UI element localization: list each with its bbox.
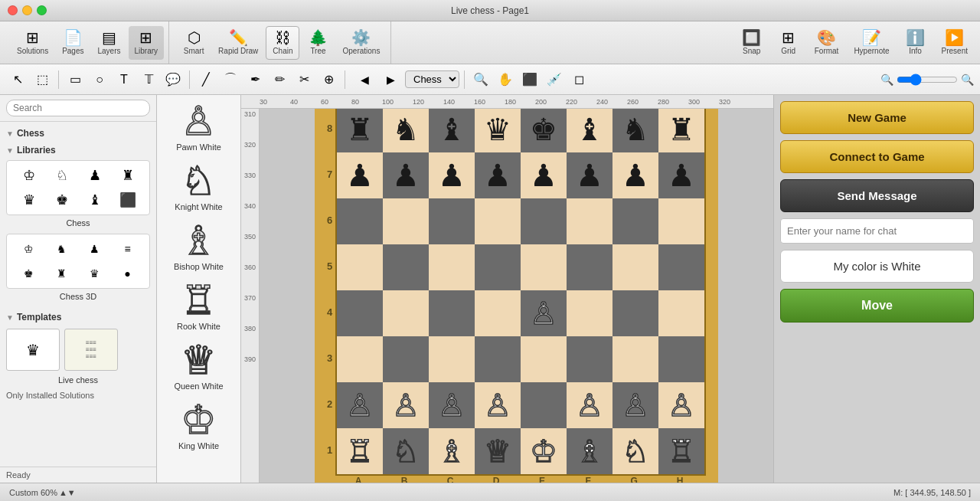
chat-input[interactable] (780, 218, 974, 244)
cell-d2[interactable]: ♙ (475, 382, 521, 428)
cell-e5[interactable] (521, 244, 567, 290)
piece-knight-white[interactable]: ♘ Knight White (175, 161, 222, 211)
cell-b5[interactable] (383, 244, 429, 290)
cell-b3[interactable] (383, 336, 429, 382)
cell-c8[interactable]: ♝ (429, 109, 475, 152)
libraries-section-header[interactable]: ▼ Libraries (0, 142, 156, 159)
search-input[interactable] (6, 100, 150, 116)
cell-e1[interactable]: ♔ (521, 428, 567, 474)
zoom-slider[interactable] (897, 74, 958, 86)
cell-c1[interactable]: ♗ (429, 428, 475, 474)
cell-c4[interactable] (429, 290, 475, 336)
search-button[interactable]: 🔍 (469, 68, 492, 91)
cell-g5[interactable] (612, 244, 658, 290)
cell-g6[interactable] (612, 198, 658, 244)
lib-piece-8[interactable]: ⬛ (112, 188, 143, 211)
cell-h5[interactable] (658, 244, 704, 290)
cell-b4[interactable] (383, 290, 429, 336)
piece-king-white[interactable]: ♔ King White (178, 400, 219, 450)
cell-f6[interactable] (567, 198, 612, 244)
cell-c5[interactable] (429, 244, 475, 290)
cell-e4[interactable]: ♙ (521, 290, 567, 336)
operations-button[interactable]: ⚙️ Operations (336, 26, 386, 60)
cell-d4[interactable] (475, 290, 521, 336)
cell-d7[interactable]: ♟ (475, 152, 521, 198)
lib-piece-1[interactable]: ♔ (13, 164, 44, 187)
cell-c3[interactable] (429, 336, 475, 382)
installed-solutions-link[interactable]: Only Installed Solutions (0, 388, 156, 403)
new-game-button[interactable]: New Game (780, 101, 974, 134)
move-button[interactable]: Move (780, 289, 974, 323)
text-edit-button[interactable]: 𝕋 (137, 68, 160, 91)
cell-h2[interactable]: ♙ (658, 382, 704, 428)
lib-3d-piece-3[interactable]: ♟ (79, 237, 110, 260)
cell-e7[interactable]: ♟ (521, 152, 567, 198)
piece-rook-white[interactable]: ♖ Rook White (177, 280, 220, 331)
lib-3d-piece-7[interactable]: ♛ (79, 262, 110, 285)
cell-h7[interactable]: ♟ (658, 152, 704, 198)
cell-a2[interactable]: ♙ (337, 382, 383, 428)
text-template-thumb[interactable]: ≡≡≡≡≡≡≡≡≡ (64, 329, 118, 371)
cell-b2[interactable]: ♙ (383, 382, 429, 428)
cell-c2[interactable]: ♙ (429, 382, 475, 428)
eraser-button[interactable]: ◻ (567, 68, 590, 91)
eyedropper-button[interactable]: 💉 (543, 68, 566, 91)
templates-section-header[interactable]: ▼ Templates (0, 309, 156, 326)
piece-bishop-white[interactable]: ♗ Bishop White (174, 221, 224, 271)
info-button[interactable]: ℹ️ Info (899, 26, 933, 60)
cell-g1[interactable]: ♘ (612, 428, 658, 474)
line-tool-button[interactable]: ╱ (194, 68, 217, 91)
chain-button[interactable]: ⛓ Chain (266, 26, 299, 60)
maximize-button[interactable] (37, 5, 47, 15)
lib-piece-5[interactable]: ♛ (13, 188, 44, 211)
library-button[interactable]: ⊞ Library (129, 26, 165, 60)
lib-piece-4[interactable]: ♜ (112, 164, 143, 187)
cell-a3[interactable] (337, 336, 383, 382)
cell-f4[interactable] (567, 290, 612, 336)
nav-forward-button[interactable]: ▶ (379, 68, 402, 91)
freehand-button[interactable]: ✒ (243, 68, 266, 91)
close-button[interactable] (8, 5, 18, 15)
cell-b7[interactable]: ♟ (383, 152, 429, 198)
cell-g8[interactable]: ♞ (612, 109, 658, 152)
cell-d6[interactable] (475, 198, 521, 244)
layers-button[interactable]: ▤ Layers (92, 26, 127, 60)
solutions-button[interactable]: ⊞ Solutions (11, 26, 54, 60)
lib-3d-piece-5[interactable]: ♚ (13, 262, 44, 285)
cell-d3[interactable] (475, 336, 521, 382)
cell-b1[interactable]: ♘ (383, 428, 429, 474)
format-button[interactable]: 🎨 Format (808, 26, 845, 60)
select-tool-button[interactable]: ↖ (6, 68, 29, 91)
stamp-button[interactable]: ⬛ (518, 68, 541, 91)
text-tool-button[interactable]: T (113, 68, 136, 91)
cell-f8[interactable]: ♝ (567, 109, 612, 152)
rectangle-tool-button[interactable]: ▭ (64, 68, 87, 91)
connect-to-game-button[interactable]: Connect to Game (780, 140, 974, 173)
lib-3d-piece-1[interactable]: ♔ (13, 237, 44, 260)
grid-button[interactable]: ⊞ Grid (772, 26, 805, 60)
cell-g2[interactable]: ♙ (612, 382, 658, 428)
lib-3d-piece-4[interactable]: ≡ (112, 237, 143, 260)
callout-button[interactable]: 💬 (162, 68, 185, 91)
cell-a1[interactable]: ♖ (337, 428, 383, 474)
cell-e8[interactable]: ♚ (521, 109, 567, 152)
cell-b8[interactable]: ♞ (383, 109, 429, 152)
curve-tool-button[interactable]: ⌒ (219, 68, 242, 91)
piece-queen-white[interactable]: ♕ Queen White (174, 340, 223, 391)
lib-3d-piece-6[interactable]: ♜ (46, 262, 77, 285)
cell-f7[interactable]: ♟ (567, 152, 612, 198)
cell-a5[interactable] (337, 244, 383, 290)
lib-3d-piece-2[interactable]: ♞ (46, 237, 77, 260)
cell-d5[interactable] (475, 244, 521, 290)
cell-e6[interactable] (521, 198, 567, 244)
page-selector[interactable]: Chess (405, 70, 459, 88)
cell-e3[interactable] (521, 336, 567, 382)
zoom-selector[interactable]: Custom 60% ▲▼ (9, 488, 76, 497)
tree-button[interactable]: 🌲 Tree (301, 26, 335, 60)
cell-f1[interactable]: ♗ (567, 428, 612, 474)
cell-a6[interactable] (337, 198, 383, 244)
pages-button[interactable]: 📄 Pages (56, 26, 90, 60)
cell-h4[interactable] (658, 290, 704, 336)
lib-piece-3[interactable]: ♟ (79, 164, 110, 187)
lib-piece-2[interactable]: ♘ (46, 164, 77, 187)
